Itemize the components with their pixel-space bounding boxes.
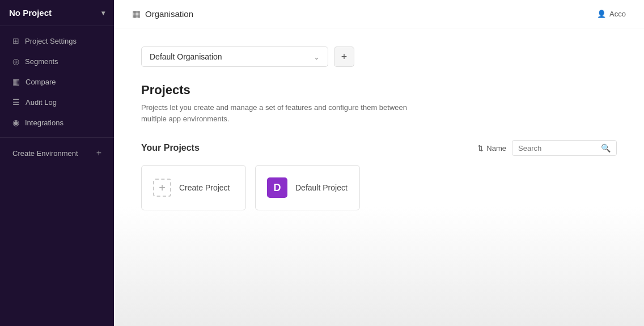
your-projects-header: Your Projects ⇅ Name 🔍 <box>141 140 617 156</box>
sidebar-item-label: Integrations <box>25 118 63 127</box>
topbar-right[interactable]: 👤 Acco <box>597 10 626 18</box>
compare-icon: ▦ <box>12 77 20 86</box>
org-dropdown-chevron-icon: ⌄ <box>313 53 320 61</box>
create-project-card[interactable]: + Create Project <box>141 165 246 210</box>
topbar: ▦ Organisation 👤 Acco <box>114 0 644 28</box>
topbar-left: ▦ Organisation <box>132 9 193 19</box>
audit-log-icon: ☰ <box>12 98 20 107</box>
org-dropdown-value: Default Organisation <box>150 52 222 61</box>
sidebar-item-label: Audit Log <box>26 98 57 107</box>
sidebar-item-compare[interactable]: ▦ Compare <box>3 72 111 91</box>
sidebar-item-audit-log[interactable]: ☰ Audit Log <box>3 92 111 112</box>
org-row: Default Organisation ⌄ + <box>141 46 617 67</box>
sidebar-nav: ⊞ Project Settings ◎ Segments ▦ Compare … <box>0 26 114 326</box>
project-avatar: D <box>267 177 287 198</box>
sidebar: No Project ▾ ⊞ Project Settings ◎ Segmen… <box>0 0 114 326</box>
sidebar-divider <box>0 137 114 138</box>
sidebar-header[interactable]: No Project ▾ <box>0 0 114 26</box>
search-input[interactable] <box>518 144 598 153</box>
sort-label: Name <box>486 144 506 153</box>
organisation-icon: ▦ <box>132 9 141 19</box>
sidebar-item-segments[interactable]: ◎ Segments <box>3 52 111 71</box>
default-project-card[interactable]: D Default Project <box>255 165 360 210</box>
org-add-button[interactable]: + <box>334 46 354 67</box>
create-environment-label: Create Environment <box>12 149 78 158</box>
account-icon: 👤 <box>597 10 606 18</box>
main-content: ▦ Organisation 👤 Acco Default Organisati… <box>114 0 644 326</box>
sidebar-item-label: Compare <box>26 78 56 86</box>
sidebar-item-label: Segments <box>25 57 58 66</box>
projects-title: Projects <box>141 83 617 98</box>
create-environment-row[interactable]: Create Environment + <box>3 143 111 163</box>
search-box[interactable]: 🔍 <box>512 140 617 156</box>
search-icon: 🔍 <box>601 143 611 153</box>
topbar-title: Organisation <box>145 9 193 19</box>
sidebar-project-name: No Project <box>9 8 52 18</box>
default-project-label: Default Project <box>295 183 348 192</box>
sort-icon: ⇅ <box>477 144 484 153</box>
create-project-icon: + <box>153 179 171 197</box>
sort-button[interactable]: ⇅ Name <box>477 144 506 153</box>
your-projects-title: Your Projects <box>141 143 200 153</box>
content-area: Default Organisation ⌄ + Projects Projec… <box>114 28 644 326</box>
sidebar-item-project-settings[interactable]: ⊞ Project Settings <box>3 31 111 50</box>
project-settings-icon: ⊞ <box>12 36 19 45</box>
segments-icon: ◎ <box>12 57 19 66</box>
projects-controls: ⇅ Name 🔍 <box>477 140 617 156</box>
integrations-icon: ◉ <box>12 118 19 127</box>
org-dropdown[interactable]: Default Organisation ⌄ <box>141 46 328 67</box>
create-project-label: Create Project <box>179 183 230 192</box>
account-label: Acco <box>609 10 626 18</box>
sidebar-chevron-icon: ▾ <box>101 9 105 17</box>
create-environment-plus-icon: + <box>96 148 101 158</box>
org-add-icon: + <box>341 51 348 63</box>
sidebar-item-integrations[interactable]: ◉ Integrations <box>3 113 111 132</box>
sidebar-item-label: Project Settings <box>25 37 77 45</box>
projects-grid: + Create Project D Default Project <box>141 165 617 210</box>
projects-description: Projects let you create and manage a set… <box>141 102 425 124</box>
